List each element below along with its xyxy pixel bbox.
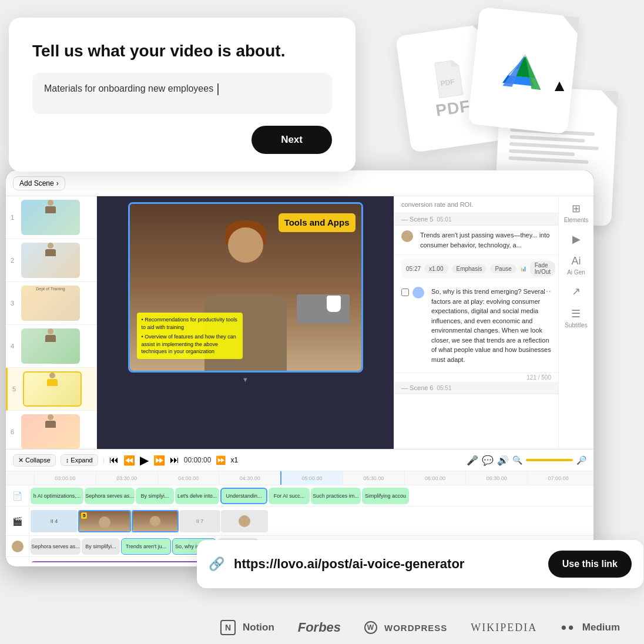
speed-x-label: x1 xyxy=(230,456,238,464)
pause-control[interactable]: Pause xyxy=(490,264,516,273)
skip-back-icon[interactable]: ⏮ xyxy=(109,455,119,465)
video-clip-5-selected[interactable]: 5 xyxy=(78,510,131,532)
thumb-person-5 xyxy=(24,373,80,386)
scene-item-2[interactable]: 2 xyxy=(6,239,96,282)
text-track-content: h AI optimizations,... Sephora serves as… xyxy=(29,485,593,506)
timeline-toolbar: ✕ Collapse ↕ Expand | ⏮ ⏪ ▶ ⏩ ⏭ 00:00:00… xyxy=(6,450,593,471)
clip-2[interactable]: Sephora serves as... xyxy=(85,488,135,504)
elements-panel-btn[interactable]: ⊞ Elements xyxy=(564,202,589,223)
zoom-out-icon[interactable]: 🔍 xyxy=(512,455,522,465)
file-corner-docx xyxy=(601,90,618,108)
sub-clip-2[interactable]: By simplifyi... xyxy=(82,538,120,555)
aigen-label: Ai Gen xyxy=(567,269,585,276)
step-forward-icon[interactable]: ⏩ xyxy=(153,455,165,466)
thumb-person-1 xyxy=(21,200,80,213)
clip-1[interactable]: h AI optimizations,... xyxy=(31,488,83,504)
speaker-icon[interactable]: 🔊 xyxy=(497,455,509,466)
medium-label: Medium xyxy=(582,622,620,633)
expand-button[interactable]: ↕ Expand xyxy=(61,454,98,466)
video-clip-5b[interactable] xyxy=(132,510,179,532)
ruler-mark-3: 04:00.00 xyxy=(157,471,219,485)
thumb-person-6 xyxy=(21,414,80,428)
fast-forward-icon[interactable]: ⏩ xyxy=(216,455,226,465)
video-clip-6[interactable]: II 7 xyxy=(179,510,220,532)
add-scene-button[interactable]: Add Scene › xyxy=(13,176,65,190)
wordpress-logo: W WordPress xyxy=(364,621,447,634)
video-canvas: Tools and Apps • Recommendations for pro… xyxy=(128,202,363,373)
fade-control[interactable]: Fade In/Out xyxy=(530,261,555,276)
use-link-button[interactable]: Use this link xyxy=(548,551,632,578)
timeline-ruler: 03:00.00 03:30.00 04:00.00 04:30.00 05:0… xyxy=(6,471,593,485)
video-title-overlay: Tools and Apps xyxy=(279,213,355,232)
speed-control[interactable]: x1.00 xyxy=(424,264,448,273)
sub-clip-3[interactable]: Trends aren't ju... xyxy=(121,538,171,555)
elements-label: Elements xyxy=(564,217,589,223)
scene-number-4: 4 xyxy=(11,343,18,350)
play-icon-btn[interactable]: ▶ xyxy=(572,233,581,246)
avatar-timeline xyxy=(12,541,24,552)
microphone-icon[interactable]: 🎤 xyxy=(467,455,478,466)
chevron-right-icon: › xyxy=(56,179,59,187)
video-clip-1[interactable]: II 4 xyxy=(31,510,78,532)
scene5-badge: 5 xyxy=(81,512,87,519)
scene-item-6[interactable]: 6 xyxy=(6,411,96,449)
editor-main-area: 1 2 3 Dept of Training xyxy=(6,196,593,449)
more-options-icon[interactable]: ⋯ xyxy=(543,287,551,296)
gdrive-file-icon xyxy=(468,7,579,135)
video-editor-card: Add Scene › 1 2 xyxy=(6,170,593,566)
docx-content-lines xyxy=(508,128,604,168)
editor-canvas-area: Tools and Apps • Recommendations for pro… xyxy=(97,196,394,449)
clip-4[interactable]: Let's delve into... xyxy=(175,488,219,504)
char-count: 121 / 500 xyxy=(394,373,558,382)
video-topic-input[interactable]: Materials for onboarding new employees xyxy=(32,73,332,114)
clip-3[interactable]: By simplyi... xyxy=(136,488,174,504)
subtitles-icon: ☰ xyxy=(571,307,581,320)
video-clip-7[interactable] xyxy=(221,510,268,532)
scene-item-1[interactable]: 1 xyxy=(6,196,96,239)
medium-icon: ●● xyxy=(561,622,575,633)
collapse-button[interactable]: ✕ Collapse xyxy=(13,454,56,467)
subtitles-panel-btn[interactable]: ☰ Subtitles xyxy=(565,307,587,328)
play-pause-icon[interactable]: ▶ xyxy=(140,453,149,467)
editor-topbar: Add Scene › xyxy=(6,170,593,196)
brand-logos-bar: N Notion Forbes W WordPress Wikipedia ●●… xyxy=(197,620,643,635)
scene-item-4[interactable]: 4 xyxy=(6,325,96,368)
play-icon: ▶ xyxy=(572,233,581,246)
next-button[interactable]: Next xyxy=(251,126,332,154)
wordpress-label: WordPress xyxy=(384,623,447,633)
thumb-text-3: Dept of Training xyxy=(21,286,80,292)
sub-clip-1[interactable]: Sephora serves as... xyxy=(31,538,80,555)
clip-5-selected[interactable]: Understandin... xyxy=(220,488,267,504)
step-back-icon[interactable]: ⏪ xyxy=(123,455,135,466)
person-head xyxy=(228,227,263,263)
scene5-divider: — Scene 5 05:01 xyxy=(394,213,558,226)
x-icon: ✕ xyxy=(18,457,24,464)
scene-number-1: 1 xyxy=(11,214,18,221)
elements-icon: ⊞ xyxy=(572,202,581,215)
script-text-1[interactable]: Trends aren't just passing waves—they...… xyxy=(420,230,551,250)
zoom-in-icon[interactable]: 🔎 xyxy=(576,455,586,465)
scene-item-5[interactable]: 5 xyxy=(6,368,96,411)
subtitles-tl-icon[interactable]: 💬 xyxy=(482,455,494,466)
clip-7[interactable]: Such practices im... xyxy=(311,488,361,504)
share-icon-btn[interactable]: ↗ xyxy=(572,285,581,298)
avatar-1 xyxy=(401,230,413,242)
mug-prop xyxy=(327,296,341,312)
script-checkbox-2[interactable] xyxy=(401,289,409,296)
clip-8[interactable]: Simplifying accou xyxy=(362,488,409,504)
script-text-2[interactable]: So, why is this trend emerging? Several … xyxy=(431,287,551,364)
aigen-panel-btn[interactable]: Ai Ai Gen xyxy=(567,255,585,276)
skip-forward-icon[interactable]: ⏭ xyxy=(170,455,179,465)
laptop-prop xyxy=(297,294,350,324)
scene-thumb-2 xyxy=(21,243,80,278)
ruler-mark-2: 03:30.00 xyxy=(96,471,157,485)
script-controls: 05:27 x1.00 Emphasis Pause 📊 Fade In/Out xyxy=(401,259,551,279)
emphasis-control[interactable]: Emphasis xyxy=(452,264,487,273)
prompt-card: Tell us what your video is about. Materi… xyxy=(9,18,355,172)
scene-item-3[interactable]: 3 Dept of Training xyxy=(6,282,96,325)
text-cursor xyxy=(217,83,219,95)
ruler-mark-7: 06:00.00 xyxy=(404,471,466,485)
scene-number-6: 6 xyxy=(11,428,18,435)
clip-6[interactable]: For AI succ... xyxy=(269,488,310,504)
scene-number-3: 3 xyxy=(11,300,18,307)
